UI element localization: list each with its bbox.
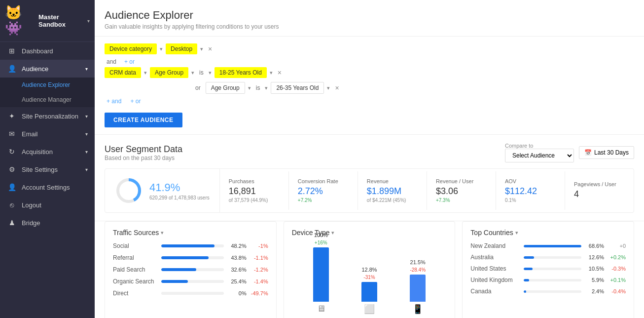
filter-plus-and[interactable]: + and — [107, 98, 121, 105]
traffic-row-social: Social 48.2% -1% — [113, 242, 268, 249]
desktop-chip[interactable]: Desktop — [166, 43, 197, 54]
top-countries-card: Top Countries ▾ New Zealand 68.6% +0 Aus… — [462, 221, 634, 318]
bridge-icon: ♟ — [7, 219, 17, 227]
country-label-nz: New Zealand — [470, 242, 520, 249]
traffic-rows: Social 48.2% -1% Referral 43.8% -1.1% — [113, 242, 268, 297]
sidebar-title: Master Sandbox — [38, 13, 87, 28]
compare-label: Compare to — [505, 143, 574, 149]
sidebar-item-logout[interactable]: ⎋ Logout — [0, 196, 95, 214]
sidebar-label-site-settings: Site Settings — [22, 166, 58, 173]
filter-or-label: or — [193, 84, 203, 91]
sidebar-item-audience-manager[interactable]: Audience Manager — [0, 92, 95, 107]
segment-section: User Segment Data Based on the past 30 d… — [95, 135, 644, 221]
age-range-chip-2[interactable]: 26-35 Years Old — [271, 82, 324, 94]
filter-plus-or-bottom[interactable]: + or — [130, 98, 141, 105]
sidebar-label-audience: Audience — [22, 65, 48, 73]
sidebar-item-site-settings[interactable]: ⚙ Site Settings ▾ — [0, 160, 95, 178]
filter-row-actions: + and + or — [105, 98, 634, 105]
sidebar-label-bridge: Bridge — [22, 219, 40, 227]
tablet-device-icon: ⬜ — [345, 304, 394, 315]
device-bar-desktop-bar — [313, 247, 329, 302]
sidebar-header[interactable]: 🐱 👾 Master Sandbox ▾ — [0, 0, 95, 42]
sidebar-logo: 🐱 👾 — [5, 6, 35, 36]
traffic-bar-wrap-organic-search — [161, 280, 224, 283]
sidebar-chevron-icon: ▾ — [87, 18, 90, 24]
stat-label-pageviews: Pageviews / User — [574, 181, 625, 187]
stat-aov: AOV $112.42 0.1% — [496, 171, 565, 210]
date-range-label: Last 30 Days — [594, 149, 629, 156]
segment-subtitle: Based on the past 30 days — [105, 155, 182, 161]
stat-value-rev-user: $3.06 — [436, 186, 487, 197]
traffic-sources-title: Traffic Sources ▾ — [113, 229, 268, 237]
sidebar-item-bridge[interactable]: ♟ Bridge — [0, 214, 95, 232]
traffic-pct-direct: 0% — [228, 290, 247, 296]
sidebar-item-account-settings[interactable]: 👤 Account Settings — [0, 178, 95, 196]
filter-row3-close-button[interactable]: × — [333, 84, 341, 92]
site-settings-icon: ⚙ — [7, 165, 17, 173]
stat-value-pageviews: 4 — [574, 189, 625, 199]
age-range-chip[interactable]: 18-25 Years Old — [215, 67, 267, 78]
filter-row2-operator: is — [197, 69, 206, 76]
create-audience-button[interactable]: CREATE AUDIENCE — [105, 113, 182, 127]
country-bar-us — [524, 268, 533, 270]
device-type-card: Device Type ▾ 100% +16% 12.8% -31% 21.5%… — [284, 221, 456, 318]
stat-revenue-user: Revenue / User $3.06 +7.3% — [427, 171, 496, 210]
donut-sub: 620,299 of 1,478,983 users — [149, 195, 210, 200]
sidebar-label-account-settings: Account Settings — [22, 184, 70, 191]
country-pct-ca: 2.4% — [585, 288, 604, 294]
sidebar-item-audience-explorer[interactable]: Audience Explorer — [0, 78, 95, 92]
country-pct-nz: 68.6% — [585, 243, 604, 249]
filter-row2-chevron3: ▾ — [209, 70, 212, 76]
device-chart: 100% +16% 12.8% -31% 21.5% -28.4% — [292, 242, 447, 302]
site-settings-chevron-icon: ▾ — [85, 167, 88, 172]
sidebar-submenu-audience: Audience Explorer Audience Manager — [0, 78, 95, 107]
country-rows: New Zealand 68.6% +0 Australia 12.6% +0.… — [470, 242, 626, 295]
sidebar-item-site-personalization[interactable]: ✦ Site Personalization ▾ — [0, 107, 95, 125]
traffic-bar-referral — [161, 256, 209, 259]
sidebar-item-dashboard[interactable]: ⊞ Dashboard — [0, 42, 95, 60]
age-group-chip-2[interactable]: Age Group — [206, 82, 245, 94]
stat-label-aov: AOV — [505, 178, 556, 184]
traffic-label-paid-search: Paid Search — [113, 266, 157, 273]
filter-row3-operator: is — [254, 84, 262, 91]
country-label-uk: United Kingdom — [470, 277, 520, 283]
sidebar-item-audience[interactable]: 👤 Audience ▾ — [0, 60, 95, 78]
stat-value-conversion: 2.72% — [298, 186, 349, 197]
filter-row2-chevron: ▾ — [144, 70, 147, 76]
device-bar-tablet: 12.8% -31% — [361, 267, 377, 302]
segment-header: User Segment Data Based on the past 30 d… — [105, 143, 634, 162]
filter-plus-or-1[interactable]: + or — [124, 58, 135, 65]
traffic-pct-referral: 43.8% — [228, 255, 247, 261]
crm-data-chip[interactable]: CRM data — [105, 67, 141, 78]
country-row-au: Australia 12.6% +0.2% — [470, 254, 626, 261]
stat-change-purchases: of 37,579 (44.9%) — [229, 198, 280, 203]
logout-icon: ⎋ — [7, 201, 17, 209]
segment-controls: Compare to Select Audience 📅 Last 30 Day… — [505, 143, 634, 162]
traffic-pct-paid-search: 32.6% — [228, 267, 247, 273]
traffic-bar-wrap-direct — [161, 292, 224, 295]
filter-row2-close-button[interactable]: × — [276, 69, 284, 77]
countries-title-arrow: ▾ — [515, 230, 518, 236]
traffic-title-arrow: ▾ — [161, 230, 164, 236]
logo-char-1: 🐱 — [5, 6, 22, 20]
device-change-desktop: +16% — [315, 240, 327, 245]
stat-conversion-rate: Conversion Rate 2.72% +7.2% — [289, 171, 358, 210]
age-group-chip[interactable]: Age Group — [150, 67, 188, 78]
sidebar-item-email[interactable]: ✉ Email ▾ — [0, 125, 95, 143]
country-bar-ca — [524, 290, 526, 293]
device-category-chip[interactable]: Device category — [105, 43, 157, 54]
device-bar-tablet-bar — [361, 282, 377, 302]
country-pct-us: 10.5% — [585, 266, 604, 272]
country-change-nz: +0 — [608, 243, 626, 249]
date-range-button[interactable]: 📅 Last 30 Days — [579, 146, 634, 159]
main-content: Audience Explorer Gain valuable insights… — [95, 0, 644, 318]
sidebar-item-acquisition[interactable]: ↻ Acquisition ▾ — [0, 143, 95, 160]
stat-label-revenue: Revenue — [367, 178, 418, 184]
audience-chevron-icon: ▾ — [85, 66, 88, 72]
country-row-uk: United Kingdom 5.9% +0.1% — [470, 277, 626, 283]
country-label-ca: Canada — [470, 288, 520, 295]
account-settings-icon: 👤 — [7, 183, 17, 191]
country-bar-wrap-ca — [524, 290, 581, 293]
compare-select[interactable]: Select Audience — [505, 149, 574, 162]
filter-row1-close-button[interactable]: × — [206, 45, 214, 53]
